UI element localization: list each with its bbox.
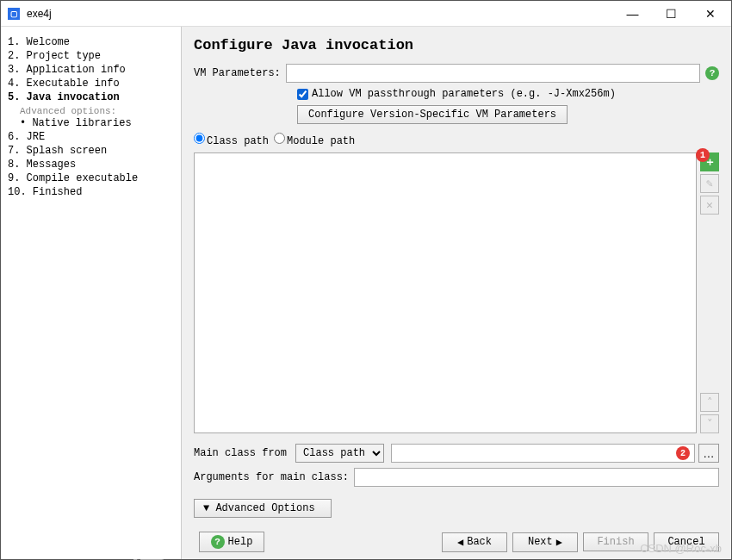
- classpath-list-wrap: ＋ 1 ✎ ✕ ˄ ˅: [194, 152, 719, 433]
- close-button[interactable]: ✕: [691, 2, 729, 26]
- body: 1. Welcome 2. Project type 3. Applicatio…: [1, 27, 731, 559]
- config-version-button[interactable]: Configure Version-Specific VM Parameters: [297, 105, 568, 124]
- list-tools: ＋ 1 ✎ ✕ ˄ ˅: [697, 152, 719, 433]
- mainclass-input[interactable]: [391, 444, 695, 463]
- sidebar-item-messages[interactable]: 8. Messages: [8, 158, 174, 171]
- next-button[interactable]: Next ▶: [512, 532, 578, 552]
- back-button[interactable]: ◀ Back: [442, 532, 507, 552]
- minimize-button[interactable]: —: [613, 2, 652, 26]
- args-row: Arguments for main class:: [194, 468, 719, 487]
- args-input[interactable]: [354, 468, 719, 487]
- advanced-options-button[interactable]: ▼ Advanced Options: [194, 499, 332, 518]
- sidebar-item-executable-info[interactable]: 4. Executable info: [8, 77, 174, 90]
- mainclass-from-select[interactable]: Class path: [295, 444, 384, 463]
- sidebar-item-jre[interactable]: 6. JRE: [8, 130, 174, 144]
- vm-params-label: VM Parameters:: [194, 67, 281, 79]
- allow-passthrough-checkbox[interactable]: [297, 89, 308, 100]
- sidebar-advanced-label: Advanced options:: [8, 104, 174, 116]
- help-icon-small: ?: [211, 535, 225, 549]
- app-icon: ▢: [8, 8, 20, 20]
- mainclass-row: Main class from Class path 2 …: [194, 444, 719, 463]
- sidebar-item-project-type[interactable]: 2. Project type: [8, 49, 174, 63]
- sidebar-item-splash-screen[interactable]: 7. Splash screen: [8, 144, 174, 158]
- sidebar: 1. Welcome 2. Project type 3. Applicatio…: [1, 27, 182, 559]
- help-button[interactable]: ?Help: [199, 532, 264, 552]
- window-title: exe4j: [27, 8, 613, 20]
- path-radio-row: Class path Module path: [194, 133, 719, 147]
- main-panel: Configure Java invocation VM Parameters:…: [182, 27, 731, 559]
- config-version-row: Configure Version-Specific VM Parameters: [297, 105, 719, 124]
- edit-entry-button[interactable]: ✎: [700, 174, 719, 193]
- vm-params-input[interactable]: [286, 64, 700, 83]
- sidebar-item-java-invocation[interactable]: 5. Java invocation: [8, 90, 174, 104]
- move-down-button[interactable]: ˅: [700, 414, 719, 433]
- finish-button[interactable]: Finish: [583, 532, 648, 551]
- sidebar-sub-native-libraries[interactable]: • Native libraries: [8, 116, 174, 130]
- add-entry-button[interactable]: ＋ 1: [700, 152, 719, 171]
- maximize-button[interactable]: ☐: [652, 2, 691, 26]
- callout-badge-2: 2: [676, 446, 690, 460]
- classpath-radio[interactable]: [194, 133, 205, 144]
- mainclass-browse-button[interactable]: …: [698, 444, 719, 463]
- cancel-button[interactable]: Cancel: [654, 532, 719, 551]
- mainclass-from-label: Main class from: [194, 447, 287, 459]
- classpath-listbox[interactable]: [194, 152, 697, 433]
- footer: ?Help ◀ Back Next ▶ Finish Cancel: [194, 525, 719, 552]
- vm-params-row: VM Parameters: ?: [194, 64, 719, 83]
- advanced-options-row: ▼ Advanced Options: [194, 499, 719, 518]
- allow-passthrough-row: Allow VM passthrough parameters (e.g. -J…: [297, 88, 719, 100]
- classpath-radio-wrap[interactable]: Class path: [194, 133, 269, 147]
- page-title: Configure Java invocation: [194, 37, 719, 53]
- args-label: Arguments for main class:: [194, 471, 349, 483]
- titlebar: ▢ exe4j — ☐ ✕: [1, 1, 731, 27]
- sidebar-item-application-info[interactable]: 3. Application info: [8, 63, 174, 77]
- sidebar-watermark: exe4j: [129, 551, 172, 560]
- sidebar-item-compile-executable[interactable]: 9. Compile executable: [8, 171, 174, 185]
- callout-badge-1: 1: [696, 148, 710, 162]
- help-icon[interactable]: ?: [705, 66, 719, 80]
- sidebar-item-finished[interactable]: 10. Finished: [8, 185, 174, 199]
- allow-passthrough-label: Allow VM passthrough parameters (e.g. -J…: [312, 88, 616, 100]
- window: ▢ exe4j — ☐ ✕ 1. Welcome 2. Project type…: [0, 0, 732, 560]
- remove-entry-button[interactable]: ✕: [700, 196, 719, 215]
- move-up-button[interactable]: ˄: [700, 393, 719, 412]
- modulepath-radio[interactable]: [274, 133, 285, 144]
- sidebar-item-welcome[interactable]: 1. Welcome: [8, 35, 174, 49]
- modulepath-radio-wrap[interactable]: Module path: [274, 133, 355, 147]
